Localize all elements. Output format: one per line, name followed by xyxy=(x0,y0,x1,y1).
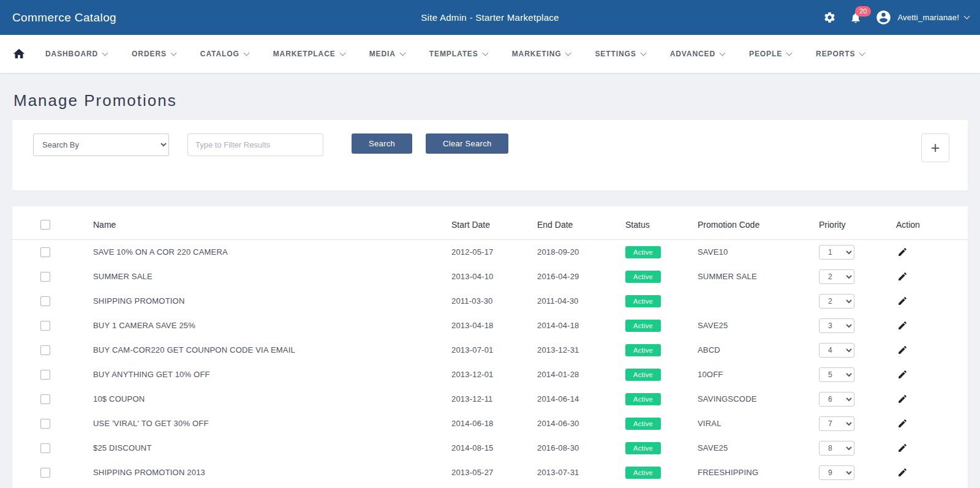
search-by-select[interactable]: Search By xyxy=(33,133,169,156)
nav-item-label: REPORTS xyxy=(816,50,855,58)
topbar-actions: 20 Avetti_marianae! xyxy=(823,9,969,26)
nav-item-media[interactable]: MEDIA xyxy=(369,50,405,58)
status-badge: Active xyxy=(625,467,661,479)
table-row: 10$ COUPON 2013-12-11 2014-06-14 Active … xyxy=(12,387,968,411)
priority-select[interactable]: 3 xyxy=(819,318,854,333)
priority-select[interactable]: 9 xyxy=(819,465,854,480)
priority-select[interactable]: 4 xyxy=(819,343,854,358)
chevron-down-icon xyxy=(482,50,488,56)
table-row: SHIPPING PROMOTION 2011-03-30 2011-04-30… xyxy=(12,289,968,313)
row-checkbox[interactable] xyxy=(40,345,50,355)
add-promotion-button[interactable]: + xyxy=(921,133,949,162)
select-all-checkbox[interactable] xyxy=(40,220,50,230)
nav-item-label: CATALOG xyxy=(200,50,239,58)
priority-select[interactable]: 5 xyxy=(819,367,854,382)
nav-item-templates[interactable]: TEMPLATES xyxy=(429,50,488,58)
row-promo-code: 10OFF xyxy=(698,362,819,387)
nav-item-advanced[interactable]: ADVANCED xyxy=(670,50,725,58)
nav-item-label: MARKETPLACE xyxy=(273,50,336,58)
row-promo-code: SAVINGSCODE xyxy=(698,387,819,411)
search-button[interactable]: Search xyxy=(352,133,412,154)
pencil-icon xyxy=(897,369,908,380)
row-promo-code: SUMMER SALE xyxy=(698,265,819,289)
row-promo-code: SAVE25 xyxy=(698,436,819,460)
chevron-down-icon xyxy=(243,50,249,56)
nav-item-marketing[interactable]: MARKETING xyxy=(512,50,571,58)
edit-button[interactable] xyxy=(896,295,909,307)
row-start-date: 2013-12-01 xyxy=(451,362,537,387)
nav-item-catalog[interactable]: CATALOG xyxy=(200,50,249,58)
edit-button[interactable] xyxy=(896,270,909,283)
row-name: SHIPPING PROMOTION 2013 xyxy=(93,460,451,485)
status-badge: Active xyxy=(625,442,661,454)
row-checkbox[interactable] xyxy=(40,247,50,257)
row-checkbox[interactable] xyxy=(40,321,50,331)
row-promo-code: ABCD xyxy=(698,338,819,362)
avatar-icon xyxy=(875,9,892,26)
table-row: USE 'VIRAL' TO GET 30% OFF 2014-06-18 20… xyxy=(12,411,968,436)
notifications-button[interactable]: 20 xyxy=(850,12,862,24)
row-checkbox[interactable] xyxy=(40,370,50,380)
priority-select[interactable]: 6 xyxy=(819,392,854,407)
search-panel: Search By Search Clear Search + xyxy=(12,120,968,190)
edit-button[interactable] xyxy=(896,343,909,356)
nav-item-marketplace[interactable]: MARKETPLACE xyxy=(273,50,345,58)
row-end-date: 2016-08-30 xyxy=(537,436,625,460)
header-promotion-code: Promotion Code xyxy=(698,209,819,240)
header-action: Action xyxy=(896,209,968,240)
row-checkbox[interactable] xyxy=(40,272,50,282)
nav-item-people[interactable]: PEOPLE xyxy=(749,50,791,58)
clear-search-button[interactable]: Clear Search xyxy=(426,133,508,154)
nav-item-orders[interactable]: ORDERS xyxy=(132,50,176,58)
chevron-down-icon xyxy=(720,50,726,56)
header-end-date: End Date xyxy=(537,209,625,240)
row-promo-code xyxy=(698,289,819,313)
priority-select[interactable]: 2 xyxy=(819,269,854,284)
priority-select[interactable]: 8 xyxy=(819,441,854,456)
row-end-date: 2014-01-28 xyxy=(537,362,625,387)
row-checkbox[interactable] xyxy=(40,296,50,306)
edit-button[interactable] xyxy=(896,319,909,332)
row-checkbox[interactable] xyxy=(40,443,50,453)
status-badge: Active xyxy=(625,344,661,356)
nav-item-settings[interactable]: SETTINGS xyxy=(595,50,645,58)
priority-select[interactable]: 7 xyxy=(819,416,854,431)
priority-select[interactable]: 1 xyxy=(819,245,854,260)
nav-item-label: MEDIA xyxy=(369,50,396,58)
nav-home[interactable] xyxy=(12,47,26,61)
edit-button[interactable] xyxy=(896,392,909,405)
row-end-date: 2014-06-14 xyxy=(537,387,625,411)
row-start-date: 2014-06-18 xyxy=(451,411,537,436)
priority-select[interactable]: 2 xyxy=(819,294,854,309)
table-row: SAVE 10% ON A COR 220 CAMERA 2012-05-17 … xyxy=(12,240,968,265)
edit-button[interactable] xyxy=(896,246,909,258)
header-priority: Priority xyxy=(819,209,896,240)
chevron-down-icon xyxy=(565,50,571,56)
settings-button[interactable] xyxy=(823,11,836,24)
nav-item-label: ADVANCED xyxy=(670,50,715,58)
row-name: BUY CAM-COR220 GET COUNPON CODE VIA EMAI… xyxy=(93,338,451,362)
status-badge: Active xyxy=(625,295,661,307)
nav-item-label: PEOPLE xyxy=(749,50,782,58)
pencil-icon xyxy=(897,394,908,404)
table-row: BUY ANYTHING GET 10% OFF 2013-12-01 2014… xyxy=(12,362,968,387)
nav-item-dashboard[interactable]: DASHBOARD xyxy=(45,50,107,58)
row-checkbox[interactable] xyxy=(40,468,50,478)
page-title: Manage Promotions xyxy=(13,91,980,110)
edit-button[interactable] xyxy=(896,368,909,381)
row-start-date: 2013-12-11 xyxy=(451,387,537,411)
row-end-date: 2013-07-31 xyxy=(537,460,625,485)
pencil-icon xyxy=(897,443,908,453)
user-menu[interactable]: Avetti_marianae! xyxy=(875,9,969,26)
edit-button[interactable] xyxy=(896,417,909,430)
edit-button[interactable] xyxy=(896,466,909,479)
brand-logo[interactable]: Commerce Catalog xyxy=(12,11,116,24)
row-checkbox[interactable] xyxy=(40,419,50,429)
row-start-date: 2013-04-18 xyxy=(451,313,537,338)
nav-item-reports[interactable]: REPORTS xyxy=(816,50,864,58)
chevron-down-icon xyxy=(964,13,970,19)
edit-button[interactable] xyxy=(896,441,909,454)
row-name: BUY 1 CAMERA SAVE 25% xyxy=(93,313,451,338)
filter-input[interactable] xyxy=(187,133,323,156)
row-checkbox[interactable] xyxy=(40,394,50,404)
